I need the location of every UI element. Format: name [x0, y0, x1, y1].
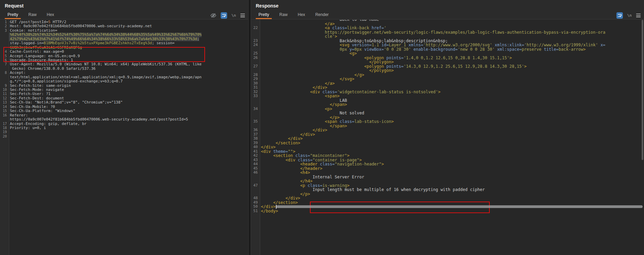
line-number: 51 [251, 209, 260, 213]
request-editor[interactable]: 1GET /post?postId=5 HTTP/22Host: 0a9c007… [0, 20, 248, 255]
request-toolbar: \n [210, 12, 245, 19]
line-number: 36 [251, 128, 260, 132]
hide-icon[interactable] [210, 13, 216, 18]
line-number: 18 [0, 126, 9, 130]
line-number: 19 [0, 130, 9, 134]
code-line: 19 [0, 130, 248, 134]
line-number: 6 [0, 58, 9, 62]
line-number [251, 188, 260, 192]
line-number: 38 [251, 137, 260, 141]
word-wrap-icon[interactable] [616, 12, 623, 19]
tab-render[interactable]: Render [313, 12, 331, 19]
line-number: 1 [0, 20, 9, 24]
menu-icon[interactable] [240, 14, 245, 17]
line-number [0, 33, 9, 37]
line-number: 20 [0, 134, 9, 139]
tab-hex[interactable]: Hex [295, 12, 308, 19]
tab-raw[interactable]: Raw [26, 12, 39, 19]
newline-icon[interactable]: \n [232, 13, 236, 18]
line-number: 48 [251, 196, 260, 201]
line-number: 24 [251, 43, 260, 47]
line-number [251, 102, 260, 107]
line-number [0, 75, 9, 79]
line-number: 17 [0, 122, 9, 126]
code-line: 51</body> [251, 209, 644, 213]
code-line: 15Sec-Ch-Ua-Platform: "Windows" [0, 109, 248, 113]
code-line: 39 </section> [251, 141, 644, 145]
line-number [251, 30, 260, 35]
tab-pretty[interactable]: Pretty [5, 12, 21, 19]
code-line: Gecko) Chrome/138.0.0.0 Safari/537.36 [0, 67, 248, 71]
request-panel: Request PrettyRawHex [0, 0, 248, 255]
line-number: 47 [251, 184, 260, 188]
line-number: 16 [0, 113, 9, 117]
line-number: 11 [0, 92, 9, 96]
horizontal-scrollbar[interactable] [276, 205, 643, 208]
line-number [0, 117, 9, 122]
newline-icon[interactable]: \n [627, 13, 632, 18]
line-number: 9 [0, 84, 9, 88]
response-panel: Response PrettyRawHexRender \n [251, 0, 644, 255]
code-line: 20 [0, 134, 248, 139]
response-editor[interactable]: Back to lab home </a>22 <a class=link-ba… [251, 20, 644, 255]
code-line: 37 </div> [251, 132, 644, 137]
line-number: 31 [251, 85, 260, 90]
code-line: </p> [251, 192, 644, 196]
line-number: 26 [251, 56, 260, 60]
line-number [251, 68, 260, 73]
code-line: 48 </div> [251, 196, 644, 201]
line-number [0, 41, 9, 45]
line-number: 3 [0, 29, 9, 33]
line-number [251, 175, 260, 179]
tab-hex[interactable]: Hex [44, 12, 57, 19]
response-tabbar: PrettyRawHexRender [251, 12, 644, 19]
line-number [251, 98, 260, 103]
line-number: 50 [251, 205, 260, 209]
code-line: 38 </div> [251, 137, 644, 141]
line-number: 10 [0, 88, 9, 92]
line-number [251, 60, 260, 64]
response-toolbar: \n [616, 12, 641, 19]
panel-divider[interactable] [248, 0, 251, 255]
line-number: 13 [0, 100, 9, 105]
tab-raw[interactable]: Raw [277, 12, 290, 19]
line-number: 5 [0, 54, 9, 58]
line-number: 27 [251, 64, 260, 69]
line-number: 33 [251, 94, 260, 98]
request-panel-title: Request [5, 3, 23, 9]
burp-message-editor-window: Request PrettyRawHex [0, 0, 644, 255]
line-number: 8 [0, 71, 9, 75]
response-panel-title: Response [256, 3, 279, 9]
word-wrap-icon[interactable] [221, 12, 227, 19]
line-number: 25 [251, 51, 260, 56]
line-number [0, 67, 9, 71]
line-number [0, 79, 9, 83]
line-number: 22 [251, 26, 260, 30]
line-number: 14 [0, 105, 9, 109]
vertical-scrollbar[interactable] [642, 20, 643, 160]
tab-pretty[interactable]: Pretty [256, 12, 272, 19]
line-number [251, 179, 260, 184]
code-line: 49 </section> [251, 201, 644, 205]
line-number: 35 [251, 119, 260, 124]
line-number: 15 [0, 109, 9, 113]
line-number: 44 [251, 162, 260, 166]
line-number: 34 [251, 107, 260, 111]
line-number: 7 [0, 62, 9, 66]
menu-icon[interactable] [636, 14, 641, 17]
line-number: 40 [251, 145, 260, 149]
code-line: 40</div> [251, 145, 644, 149]
line-number [251, 34, 260, 39]
line-number [0, 46, 9, 50]
line-number: 4 [0, 50, 9, 54]
line-number [251, 111, 260, 115]
code-line: 18Priority: u=0, i [0, 126, 248, 130]
line-number: 42 [251, 154, 260, 158]
line-number: 29 [251, 77, 260, 81]
line-number [0, 37, 9, 41]
line-number: 46 [251, 171, 260, 175]
line-number: 12 [0, 96, 9, 100]
line-number: 2 [0, 24, 9, 28]
